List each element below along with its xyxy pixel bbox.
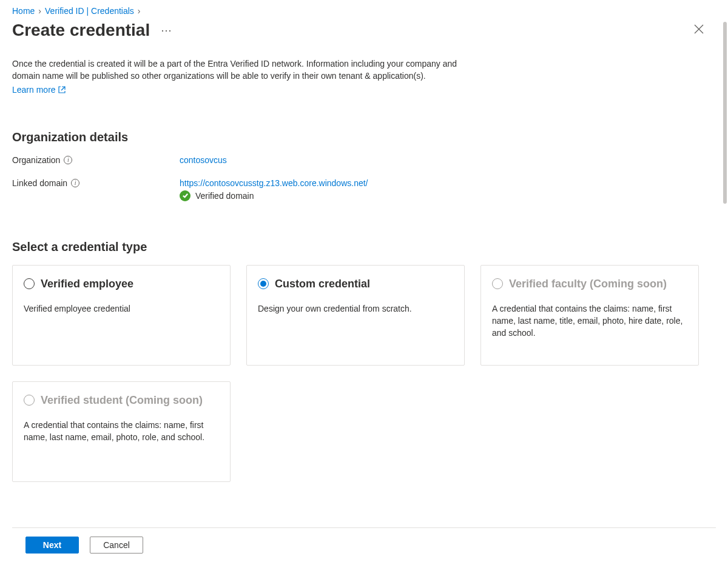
title-row: Create credential ⋯ — [12, 19, 709, 41]
domain-label-text: Linked domain — [12, 178, 67, 188]
breadcrumb-home[interactable]: Home — [12, 6, 35, 16]
title-left: Create credential ⋯ — [12, 21, 175, 40]
learn-more-label: Learn more — [12, 85, 56, 95]
next-button[interactable]: Next — [25, 537, 79, 554]
verified-domain-text: Verified domain — [195, 191, 254, 201]
page-root: Home › Verified ID | Credentials › Creat… — [0, 0, 728, 562]
content-scroll: Home › Verified ID | Credentials › Creat… — [0, 0, 721, 525]
footer: Next Cancel — [12, 527, 716, 562]
section-select-type: Select a credential type — [12, 240, 709, 254]
intro-text: Once the credential is created it will b… — [12, 58, 479, 82]
card-custom-credential[interactable]: Custom credential Design your own creden… — [246, 265, 465, 366]
radio-verified-student — [24, 395, 35, 406]
domain-value-link[interactable]: https://contosovcusstg.z13.web.core.wind… — [180, 178, 368, 188]
external-link-icon — [58, 86, 66, 93]
learn-more-link[interactable]: Learn more — [12, 85, 66, 95]
chevron-right-icon: › — [38, 6, 41, 16]
card-verified-faculty: Verified faculty (Coming soon) A credent… — [480, 265, 699, 366]
card-title: Verified student (Coming soon) — [41, 394, 203, 407]
close-icon — [694, 24, 704, 34]
org-label: Organization i — [12, 155, 180, 165]
radio-verified-employee[interactable] — [24, 278, 35, 289]
org-label-text: Organization — [12, 155, 60, 165]
card-desc: Verified employee credential — [24, 303, 219, 315]
card-desc: Design your own credential from scratch. — [258, 303, 453, 315]
card-verified-employee[interactable]: Verified employee Verified employee cred… — [12, 265, 231, 366]
card-desc: A credential that contains the claims: n… — [24, 419, 219, 444]
credential-cards: Verified employee Verified employee cred… — [12, 265, 709, 482]
more-actions-button[interactable]: ⋯ — [158, 21, 175, 39]
scrollbar[interactable] — [723, 22, 727, 204]
checkmark-badge-icon — [180, 190, 190, 201]
radio-verified-faculty — [492, 278, 503, 289]
chevron-right-icon: › — [138, 6, 141, 16]
breadcrumb: Home › Verified ID | Credentials › — [12, 6, 709, 16]
card-title: Custom credential — [275, 278, 370, 290]
card-desc: A credential that contains the claims: n… — [492, 303, 687, 340]
section-org-details: Organization details — [12, 130, 709, 144]
org-row: Organization i contosovcus — [12, 155, 709, 165]
breadcrumb-verified-id[interactable]: Verified ID | Credentials — [45, 6, 134, 16]
radio-custom-credential[interactable] — [258, 278, 269, 289]
card-verified-student: Verified student (Coming soon) A credent… — [12, 381, 231, 482]
card-title: Verified employee — [41, 278, 133, 290]
domain-label: Linked domain i — [12, 178, 180, 188]
info-icon[interactable]: i — [71, 179, 79, 187]
cancel-button[interactable]: Cancel — [90, 537, 143, 554]
close-button[interactable] — [689, 19, 709, 41]
page-title: Create credential — [12, 21, 150, 40]
org-value-link[interactable]: contosovcus — [180, 155, 227, 165]
card-title: Verified faculty (Coming soon) — [509, 278, 667, 290]
domain-row: Linked domain i https://contosovcusstg.z… — [12, 178, 709, 201]
verified-domain-row: Verified domain — [180, 190, 368, 201]
info-icon[interactable]: i — [64, 156, 72, 164]
